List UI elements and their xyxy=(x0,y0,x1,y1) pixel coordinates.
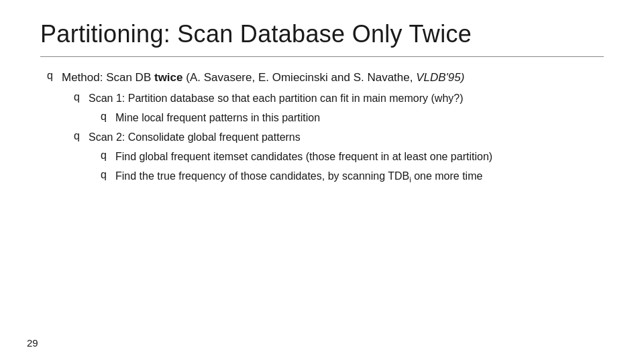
list-item: q Scan 2: Consolidate global frequent pa… xyxy=(47,129,604,145)
italic-ref: VLDB'95) xyxy=(416,71,464,84)
bullet-marker: q xyxy=(74,130,89,142)
list-item: q Mine local frequent patterns in this p… xyxy=(47,110,604,126)
content-area: q Method: Scan DB twice (A. Savasere, E.… xyxy=(40,69,604,185)
divider xyxy=(40,56,604,57)
bullet-marker: q xyxy=(47,70,62,82)
list-item: q Scan 1: Partition database so that eac… xyxy=(47,90,604,107)
list-item: q Find the true frequency of those candi… xyxy=(47,168,604,186)
slide-number: 29 xyxy=(27,337,38,349)
bullet-text: Find the true frequency of those candida… xyxy=(115,168,604,186)
bullet-text: Mine local frequent patterns in this par… xyxy=(115,110,604,126)
slide-title: Partitioning: Scan Database Only Twice xyxy=(40,20,604,48)
bold-twice: twice xyxy=(154,71,183,84)
subscript-i: i xyxy=(409,176,411,184)
bullet-text: Scan 2: Consolidate global frequent patt… xyxy=(89,129,604,145)
list-item: q Find global frequent itemset candidate… xyxy=(47,149,604,165)
slide: Partitioning: Scan Database Only Twice q… xyxy=(0,0,644,362)
bullet-marker: q xyxy=(101,111,115,123)
bullet-marker: q xyxy=(74,91,89,103)
bullet-text: Method: Scan DB twice (A. Savasere, E. O… xyxy=(62,69,604,86)
bullet-text: Scan 1: Partition database so that each … xyxy=(89,90,604,107)
bullet-marker: q xyxy=(101,169,115,181)
list-item: q Method: Scan DB twice (A. Savasere, E.… xyxy=(47,69,604,86)
bullet-text: Find global frequent itemset candidates … xyxy=(115,149,604,165)
bullet-marker: q xyxy=(101,149,115,162)
